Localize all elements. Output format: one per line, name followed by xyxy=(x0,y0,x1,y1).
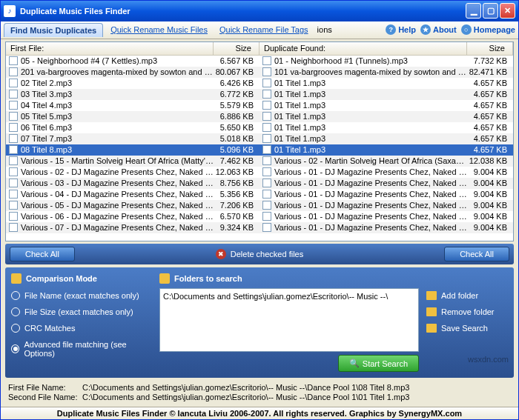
folder-list[interactable]: C:\Documents and Settings\julian.gomez\E… xyxy=(159,288,419,352)
table-row[interactable]: 01 Titel 1.mp34.657 KB xyxy=(260,78,513,89)
row-checkbox[interactable] xyxy=(9,190,18,199)
table-row[interactable]: 01 Titel 1.mp34.657 KB xyxy=(260,100,513,111)
menu-quick-rename-files[interactable]: Quick Rename Music Files xyxy=(106,23,212,36)
row-checkbox[interactable] xyxy=(262,156,271,165)
row-checkbox[interactable] xyxy=(9,212,18,221)
table-row[interactable]: Various - 15 - Martin Solveig Heart Of A… xyxy=(6,156,260,167)
table-row[interactable]: Various - 04 - DJ Magazine Presents Chez… xyxy=(6,189,260,200)
table-row[interactable]: 01 Titel 1.mp34.657 KB xyxy=(260,133,513,144)
table-row[interactable]: 01 Titel 1.mp34.657 KB xyxy=(260,122,513,133)
row-checkbox[interactable] xyxy=(262,223,271,232)
menu-help[interactable]: ?Help xyxy=(386,24,416,35)
folder-remove-icon xyxy=(426,307,437,316)
row-checkbox[interactable] xyxy=(9,179,18,187)
row-checkbox[interactable] xyxy=(262,201,271,210)
table-row[interactable]: 01 Titel 1.mp34.657 KB xyxy=(260,144,513,156)
row-checkbox[interactable] xyxy=(262,112,271,121)
row-filename: Various - 15 - Martin Solveig Heart Of A… xyxy=(21,156,214,165)
remove-folder-button[interactable]: Remove folder xyxy=(426,307,508,316)
row-checkbox[interactable] xyxy=(9,156,18,165)
table-row[interactable]: Various - 07 - DJ Magazine Presents Chez… xyxy=(6,222,260,233)
row-checkbox[interactable] xyxy=(262,179,271,187)
radio-crc[interactable]: CRC Matches xyxy=(11,324,152,333)
add-folder-button[interactable]: Add folder xyxy=(426,291,508,300)
row-filename: 01 Titel 1.mp3 xyxy=(274,79,467,87)
table-row[interactable]: Various - 06 - DJ Magazine Presents Chez… xyxy=(6,211,260,222)
col-size-left[interactable]: Size xyxy=(214,42,260,55)
row-checkbox[interactable] xyxy=(9,56,18,65)
row-checkbox[interactable] xyxy=(262,90,271,99)
row-checkbox[interactable] xyxy=(9,67,18,76)
col-duplicate-found[interactable]: Duplicate Found: xyxy=(260,42,467,55)
row-checkbox[interactable] xyxy=(262,56,271,65)
table-row[interactable]: Various - 01 - DJ Magazine Presents Chez… xyxy=(260,211,513,222)
start-search-button[interactable]: 🔍Start Search xyxy=(338,355,419,372)
row-checkbox[interactable] xyxy=(9,201,18,210)
tab-find-duplicates[interactable]: Find Music Duplicates xyxy=(4,23,103,37)
row-checkbox[interactable] xyxy=(9,101,18,110)
col-size-right[interactable]: Size xyxy=(467,42,513,55)
row-size: 6.772 KB xyxy=(214,90,260,99)
menu-homepage[interactable]: ○Homepage xyxy=(461,24,515,35)
menu-about[interactable]: ★About xyxy=(420,24,457,35)
row-checkbox[interactable] xyxy=(9,167,18,176)
close-button[interactable]: ✕ xyxy=(500,3,515,19)
row-checkbox[interactable] xyxy=(262,212,271,221)
radio-advanced[interactable]: Advanced file matching (see Options) xyxy=(11,340,152,358)
row-checkbox[interactable] xyxy=(262,123,271,132)
row-filename: 08 Titel 8.mp3 xyxy=(21,145,214,154)
row-checkbox[interactable] xyxy=(262,167,271,176)
delete-checked-button[interactable]: ✖ Delete checked files xyxy=(75,249,444,259)
table-row[interactable]: Various - 05 - DJ Magazine Presents Chez… xyxy=(6,200,260,211)
row-filename: 01 Titel 1.mp3 xyxy=(274,145,467,154)
table-row[interactable]: 101 va-bargrooves magenta-mixed by sowto… xyxy=(260,67,513,78)
row-checkbox[interactable] xyxy=(9,79,18,87)
row-size: 9.004 KB xyxy=(467,167,513,176)
row-checkbox[interactable] xyxy=(9,223,18,232)
titlebar[interactable]: ♪ Duplicate Music Files Finder ▁ ▢ ✕ xyxy=(1,1,518,21)
table-row[interactable]: Various - 02 - DJ Magazine Presents Chez… xyxy=(6,167,260,178)
table-row[interactable]: Various - 01 - DJ Magazine Presents Chez… xyxy=(260,167,513,178)
row-checkbox[interactable] xyxy=(262,134,271,143)
check-all-right-button[interactable]: Check All xyxy=(444,247,509,261)
folders-title: Folders to search xyxy=(174,274,242,283)
table-row[interactable]: 07 Titel 7.mp35.018 KB xyxy=(6,133,260,144)
radio-filesize[interactable]: File Size (exact matches only) xyxy=(11,307,152,316)
row-checkbox[interactable] xyxy=(9,112,18,121)
radio-filename[interactable]: File Name (exact matches only) xyxy=(11,291,152,300)
row-checkbox[interactable] xyxy=(262,145,271,154)
maximize-button[interactable]: ▢ xyxy=(483,3,498,19)
table-row[interactable]: 02 Titel 2.mp36.426 KB xyxy=(6,78,260,89)
table-row[interactable]: 01 Titel 1.mp34.657 KB xyxy=(260,111,513,122)
menu-quick-rename-tags[interactable]: Quick Rename File Tags xyxy=(215,23,313,36)
table-row[interactable]: Various - 01 - DJ Magazine Presents Chez… xyxy=(260,222,513,233)
row-checkbox[interactable] xyxy=(9,90,18,99)
row-checkbox[interactable] xyxy=(262,67,271,76)
table-row[interactable]: Various - 01 - DJ Magazine Presents Chez… xyxy=(260,200,513,211)
row-size: 7.462 KB xyxy=(214,156,260,165)
minimize-button[interactable]: ▁ xyxy=(466,3,481,19)
table-row[interactable]: 03 Titel 3.mp36.772 KB xyxy=(6,89,260,100)
table-row[interactable]: 06 Titel 6.mp35.650 KB xyxy=(6,122,260,133)
check-all-left-button[interactable]: Check All xyxy=(10,247,75,261)
row-checkbox[interactable] xyxy=(9,123,18,132)
table-row[interactable]: 201 va-bargrooves magenta-mixed by sowto… xyxy=(6,67,260,78)
table-row[interactable]: 08 Titel 8.mp35.096 KB xyxy=(6,144,260,156)
row-checkbox[interactable] xyxy=(9,145,18,154)
col-first-file[interactable]: First File: xyxy=(6,42,214,55)
table-row[interactable]: Various - 01 - DJ Magazine Presents Chez… xyxy=(260,189,513,200)
row-checkbox[interactable] xyxy=(262,79,271,87)
row-checkbox[interactable] xyxy=(262,190,271,199)
row-checkbox[interactable] xyxy=(9,134,18,143)
save-search-button[interactable]: Save Search xyxy=(426,324,508,333)
table-row[interactable]: 05 - Neighborhood #4 (7 Kettles).mp36.56… xyxy=(6,56,260,67)
table-row[interactable]: 01 - Neighborhood #1 (Tunnels).mp37.732 … xyxy=(260,56,513,67)
table-row[interactable]: 01 Titel 1.mp34.657 KB xyxy=(260,89,513,100)
table-row[interactable]: Various - 03 - DJ Magazine Presents Chez… xyxy=(6,178,260,189)
table-row[interactable]: Various - 01 - DJ Magazine Presents Chez… xyxy=(260,178,513,189)
table-row[interactable]: Various - 02 - Martin Solveig Heart Of A… xyxy=(260,156,513,167)
row-checkbox[interactable] xyxy=(262,101,271,110)
table-row[interactable]: 04 Titel 4.mp35.579 KB xyxy=(6,100,260,111)
row-filename: 101 va-bargrooves magenta-mixed by sowto… xyxy=(274,67,467,76)
table-row[interactable]: 05 Titel 5.mp36.886 KB xyxy=(6,111,260,122)
